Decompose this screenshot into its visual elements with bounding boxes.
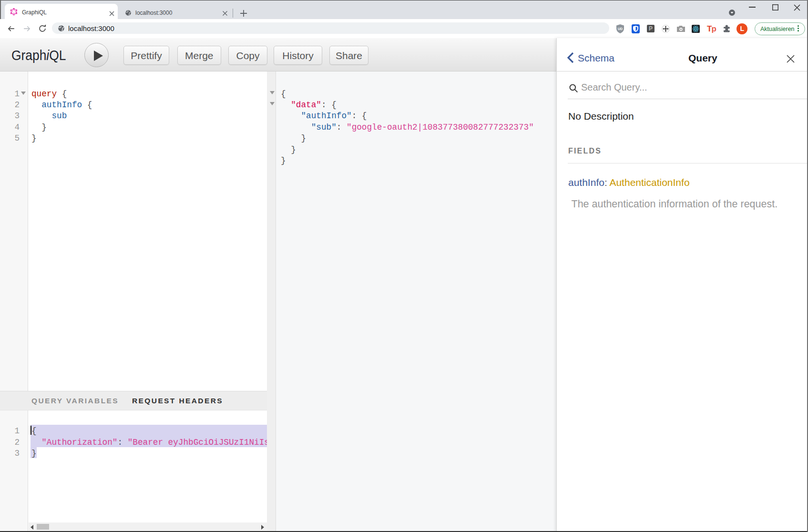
svg-text:UD: UD bbox=[618, 27, 623, 31]
